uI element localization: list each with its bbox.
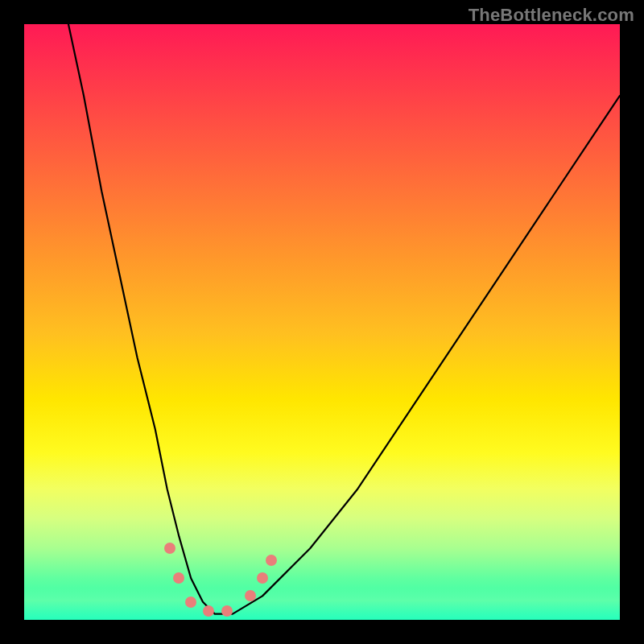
data-marker	[266, 555, 277, 566]
data-marker	[245, 590, 256, 601]
data-marker	[164, 543, 175, 554]
data-marker	[203, 605, 214, 617]
data-marker	[185, 597, 196, 608]
data-marker	[221, 605, 233, 617]
data-marker	[173, 572, 184, 584]
plot-area	[24, 24, 620, 620]
watermark-text: TheBottleneck.com	[469, 5, 634, 26]
bottleneck-curve	[24, 24, 620, 620]
data-marker	[257, 572, 268, 584]
chart-frame: TheBottleneck.com	[0, 0, 644, 644]
curve-path	[66, 24, 620, 614]
